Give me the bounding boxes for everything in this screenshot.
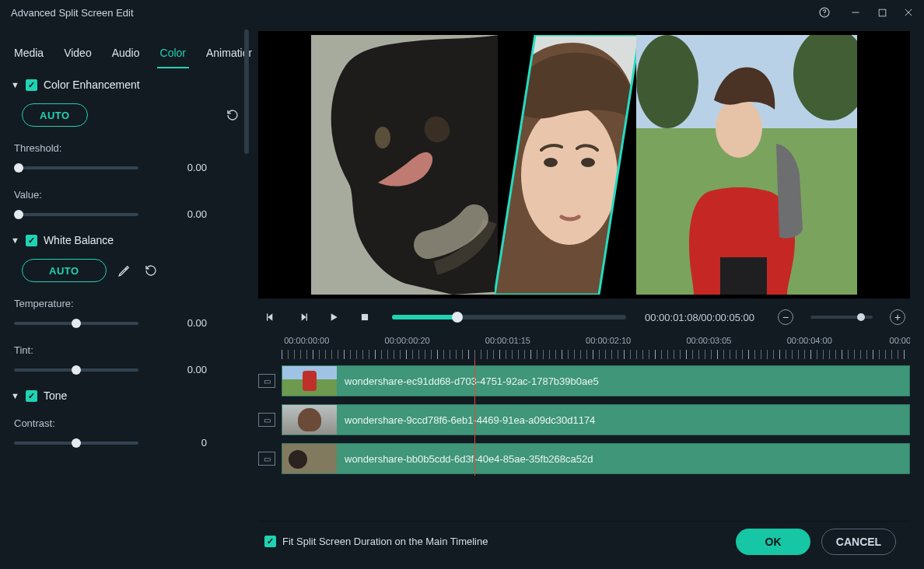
app-window: Advanced Split Screen Edit Media Video A…: [0, 0, 924, 569]
fit-label: Fit Split Screen Duration on the Main Ti…: [282, 536, 488, 547]
video-track-icon[interactable]: ▭: [258, 452, 275, 466]
checkbox-enabled-icon[interactable]: ✓: [26, 390, 37, 402]
checkbox-enabled-icon[interactable]: ✓: [26, 235, 37, 246]
sidebar-scrollbar[interactable]: [244, 30, 249, 154]
clip-thumbnail: [282, 405, 337, 435]
temperature-slider[interactable]: [14, 322, 138, 325]
value-label: Value:: [11, 189, 241, 201]
time-ruler[interactable]: 00:00:00:00 00:00:00:20 00:00:01:15 00:0…: [282, 336, 910, 359]
section-title: White Balance: [44, 234, 114, 246]
section-title: Tone: [44, 389, 67, 402]
svg-rect-3: [879, 9, 886, 16]
ruler-label: 00:00:00:00: [284, 336, 329, 345]
panel-tabs: Media Video Audio Color Animation: [11, 36, 241, 69]
reset-icon[interactable]: [142, 262, 159, 279]
clip[interactable]: wondershare-9ccd78f6-6eb1-4469-91ea-a09d…: [282, 404, 910, 435]
skip-forward-icon[interactable]: [294, 309, 311, 326]
maximize-icon[interactable]: [873, 3, 891, 22]
ruler-label: 00:00:01:15: [485, 336, 530, 345]
threshold-value[interactable]: 0.00: [152, 162, 241, 173]
chevron-down-icon: ▼: [11, 80, 19, 89]
section-header[interactable]: ▼ ✓ Color Enhancement: [11, 79, 241, 91]
svg-point-7: [375, 127, 390, 148]
clip-name: wondershare-bb0b5cdd-6d3f-40e4-85ae-35fb…: [345, 453, 593, 465]
track-row: ▭ wondershare-9ccd78f6-6eb1-4469-91ea-a0…: [258, 403, 910, 437]
transport-bar: 00:00:01:08/00:00:05:00 − +: [258, 298, 910, 336]
auto-button[interactable]: AUTO: [22, 103, 88, 127]
svg-point-10: [544, 158, 558, 167]
zoom-out-icon[interactable]: −: [778, 309, 793, 325]
value-slider[interactable]: [14, 213, 138, 216]
preview-viewport[interactable]: [258, 31, 910, 298]
fit-checkbox[interactable]: ✓: [264, 536, 276, 547]
tab-video[interactable]: Video: [61, 44, 95, 68]
video-track-icon[interactable]: ▭: [258, 413, 275, 427]
ok-button[interactable]: OK: [736, 529, 810, 555]
section-title: Color Enhancement: [44, 79, 140, 91]
stop-icon[interactable]: [356, 309, 373, 326]
value-value[interactable]: 0.00: [152, 208, 241, 220]
title-bar: Advanced Split Screen Edit: [0, 0, 924, 25]
svg-point-17: [716, 99, 762, 158]
close-icon[interactable]: [899, 3, 918, 22]
split-pane-3[interactable]: [636, 35, 857, 295]
split-pane-1[interactable]: [311, 35, 498, 295]
section-tone: ▼ ✓ Tone Contrast: 0: [11, 389, 241, 449]
section-color-enhancement: ▼ ✓ Color Enhancement AUTO Threshold: 0.…: [11, 79, 241, 220]
section-header[interactable]: ▼ ✓ Tone: [11, 389, 241, 402]
timeline: 00:00:00:00 00:00:00:20 00:00:01:15 00:0…: [258, 336, 910, 521]
tab-color[interactable]: Color: [157, 44, 189, 68]
svg-point-15: [636, 35, 698, 128]
footer: ✓ Fit Split Screen Duration on the Main …: [258, 521, 910, 561]
timecode: 00:00:01:08/00:00:05:00: [645, 312, 754, 323]
ruler-label: 00:00:03:05: [686, 336, 731, 345]
color-sidebar: Media Video Audio Color Animation ▼ ✓ Co…: [0, 25, 252, 569]
zoom-slider[interactable]: [810, 316, 873, 319]
svg-rect-18: [720, 257, 767, 295]
auto-button[interactable]: AUTO: [22, 259, 107, 282]
section-white-balance: ▼ ✓ White Balance AUTO Temperature:: [11, 234, 241, 375]
temperature-value[interactable]: 0.00: [152, 317, 241, 329]
tab-media[interactable]: Media: [11, 44, 47, 68]
contrast-label: Contrast:: [11, 417, 241, 429]
svg-marker-23: [331, 313, 338, 320]
track-area: ▭ wondershare-ec91dd68-d703-4751-92ac-17…: [258, 359, 910, 476]
cancel-button[interactable]: CANCEL: [821, 529, 896, 555]
video-track-icon[interactable]: ▭: [258, 374, 275, 388]
contrast-value[interactable]: 0: [152, 437, 241, 449]
section-header[interactable]: ▼ ✓ White Balance: [11, 234, 241, 246]
reset-icon[interactable]: [224, 106, 241, 124]
zoom-in-icon[interactable]: +: [890, 309, 905, 325]
tab-audio[interactable]: Audio: [109, 44, 143, 68]
help-icon[interactable]: [815, 3, 834, 22]
tint-slider[interactable]: [14, 368, 138, 372]
threshold-slider[interactable]: [14, 166, 138, 169]
ruler-label: 00:00:0: [890, 336, 910, 345]
track-row: ▭ wondershare-bb0b5cdd-6d3f-40e4-85ae-35…: [258, 442, 910, 476]
minimize-icon[interactable]: [846, 3, 865, 22]
eyedropper-icon[interactable]: [116, 262, 133, 279]
window-title: Advanced Split Screen Edit: [11, 7, 134, 19]
contrast-slider[interactable]: [14, 442, 138, 445]
svg-rect-22: [306, 313, 307, 320]
clip-thumbnail: [282, 444, 337, 473]
skip-back-icon[interactable]: [263, 309, 280, 326]
progress-slider[interactable]: [392, 315, 626, 319]
chevron-down-icon: ▼: [11, 236, 19, 245]
ruler-label: 00:00:00:20: [385, 336, 430, 345]
play-icon[interactable]: [325, 309, 342, 326]
ruler-label: 00:00:02:10: [586, 336, 631, 345]
threshold-label: Threshold:: [11, 142, 241, 154]
svg-marker-19: [268, 313, 272, 320]
clip[interactable]: wondershare-bb0b5cdd-6d3f-40e4-85ae-35fb…: [282, 443, 910, 474]
split-pane-2[interactable]: [495, 35, 639, 295]
clip[interactable]: wondershare-ec91dd68-d703-4751-92ac-1787…: [282, 365, 910, 396]
tint-value[interactable]: 0.00: [152, 364, 241, 375]
svg-rect-24: [362, 314, 368, 320]
main-area: 00:00:01:08/00:00:05:00 − + 00:00:00:00 …: [252, 25, 924, 569]
svg-rect-20: [267, 313, 268, 320]
chevron-down-icon: ▼: [11, 391, 19, 400]
svg-marker-21: [302, 313, 306, 320]
checkbox-enabled-icon[interactable]: ✓: [26, 79, 37, 91]
clip-thumbnail: [282, 366, 337, 396]
